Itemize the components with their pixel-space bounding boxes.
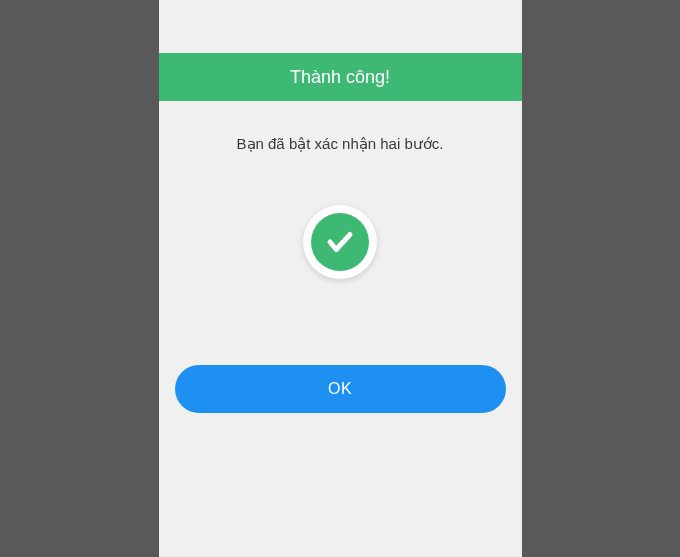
checkmark-success-icon [311, 213, 369, 271]
top-spacer [159, 0, 522, 53]
message-area: Bạn đã bật xác nhận hai bước. [159, 101, 522, 153]
success-title: Thành công! [290, 67, 390, 88]
icon-area [159, 153, 522, 279]
button-area: OK [159, 279, 522, 413]
ok-button[interactable]: OK [175, 365, 506, 413]
ok-button-label: OK [328, 380, 352, 398]
success-header: Thành công! [159, 53, 522, 101]
success-message: Bạn đã bật xác nhận hai bước. [237, 135, 444, 152]
check-circle-wrapper [303, 205, 377, 279]
success-dialog-screen: Thành công! Bạn đã bật xác nhận hai bước… [159, 0, 522, 557]
